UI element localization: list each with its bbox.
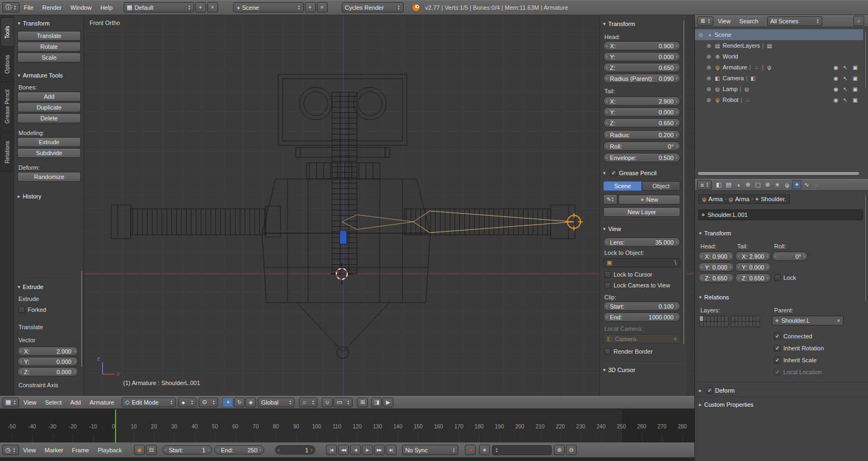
bone-layer-cell[interactable]	[731, 316, 735, 321]
head-x-field[interactable]: X:0.900	[603, 41, 680, 50]
opengl-render-anim-button[interactable]: ▶	[382, 398, 393, 407]
info-editor-type-button[interactable]: ⓘ	[2, 2, 20, 12]
outliner-item-world[interactable]: ⊕⊕World	[695, 51, 863, 62]
gp-new-layer-button[interactable]: New Layer	[603, 207, 680, 217]
menu-add[interactable]: Add	[66, 396, 86, 408]
menu-marker[interactable]: Marker	[40, 443, 67, 457]
bone-layer-cell[interactable]	[738, 316, 742, 321]
properties-tab-object[interactable]: ▢	[753, 180, 762, 189]
bone-layer-cell[interactable]	[722, 322, 725, 326]
menu-window[interactable]: Window	[66, 0, 96, 15]
outliner-vscrollbar[interactable]	[864, 30, 867, 90]
jump-to-start-button[interactable]: |◀	[326, 445, 337, 455]
viewport-shading-selector[interactable]: ●	[178, 398, 196, 407]
head-z-field[interactable]: Z:0.650	[603, 63, 680, 72]
gp-object-toggle[interactable]: Object	[642, 181, 680, 191]
translate-button[interactable]: Translate	[17, 31, 81, 41]
pivot-point-selector[interactable]: ⊙	[199, 398, 218, 407]
bone-layer-cell[interactable]	[704, 322, 707, 326]
menu-view[interactable]: View	[19, 396, 41, 408]
menu-render[interactable]: Render	[38, 0, 66, 15]
panel-relations-header[interactable]: Relations	[698, 293, 729, 302]
bone-layer-cell[interactable]	[711, 322, 714, 326]
bone-layer-cell[interactable]	[722, 316, 725, 321]
bone-layer-cell[interactable]	[756, 322, 760, 326]
panel-view-header[interactable]: View	[602, 225, 621, 233]
manipulator-rotate-button[interactable]: ↻	[234, 398, 245, 407]
eyedropper-icon[interactable]: ∖	[673, 259, 677, 266]
play-button[interactable]: ▶	[362, 445, 373, 455]
delete-layout-button[interactable]: ×	[207, 2, 218, 12]
roll-field[interactable]: Roll:0°	[603, 142, 680, 151]
panel-3d-cursor-header[interactable]: 3D Cursor	[602, 366, 635, 374]
outliner-item-robot[interactable]: ⊕ψRobot|∴◉↖▣	[695, 94, 863, 105]
bone-layer-cell[interactable]	[707, 316, 710, 321]
proportional-edit-selector[interactable]: ○	[299, 398, 317, 407]
delete-scene-button[interactable]: ×	[317, 2, 328, 12]
manipulator-translate-button[interactable]: +	[222, 398, 233, 407]
bone-layer-cell[interactable]	[742, 322, 745, 326]
breadcrumb-data[interactable]: Arma	[735, 196, 749, 202]
scale-button[interactable]: Scale	[17, 53, 81, 62]
properties-tab-modifiers[interactable]: ∗	[773, 180, 782, 189]
panel-transform-header[interactable]: Transform	[698, 229, 731, 238]
tail-y-field[interactable]: Y:0.000	[735, 262, 771, 272]
outliner-editor-type-button[interactable]: ≣	[697, 16, 713, 26]
keying-set-icon-button[interactable]: ∗	[479, 445, 490, 455]
vector-x-field[interactable]: X:2.000	[17, 347, 78, 356]
tail-z-field[interactable]: Z:0.650	[603, 118, 680, 127]
lock-row[interactable]: Lock	[774, 274, 796, 281]
frame-end-field[interactable]: End:250	[214, 445, 264, 454]
radius-parent-field[interactable]: Radius (Parent):0.090	[603, 74, 680, 83]
properties-tab-constraints[interactable]: ⊗	[763, 180, 772, 189]
bone-layer-cell[interactable]	[725, 322, 728, 326]
bone-layer-cell[interactable]	[718, 316, 721, 321]
randomize-button[interactable]: Randomize	[17, 172, 81, 182]
add-scene-button[interactable]: +	[305, 2, 316, 12]
expand-icon[interactable]: ⊕	[705, 43, 712, 49]
deform-checkbox[interactable]	[706, 387, 713, 394]
lock-camera-checkbox[interactable]	[604, 282, 611, 289]
tail-z-field[interactable]: Z:0.650	[735, 273, 771, 283]
keying-set-field[interactable]	[492, 445, 552, 455]
lock-to-cursor-row[interactable]: Lock to Cursor	[604, 271, 653, 278]
expand-icon[interactable]: ⊕	[705, 65, 712, 71]
outliner-search-button[interactable]: ⌕	[853, 16, 864, 26]
close-icon[interactable]: ×	[837, 317, 840, 324]
tail-y-field[interactable]: Y:0.000	[603, 107, 680, 117]
render-engine-selector[interactable]: Cycles Render	[342, 2, 404, 12]
bone-layer-cell[interactable]	[735, 322, 738, 326]
head-y-field[interactable]: Y:0.000	[603, 52, 680, 61]
bone-layer-cell[interactable]	[746, 316, 749, 321]
tab-relations[interactable]: Relations	[1, 132, 14, 171]
bone-name-field[interactable]: ⌖ Shoulder.L.001	[698, 209, 863, 220]
breadcrumb-bone[interactable]: Shoulder.	[761, 196, 786, 202]
panel-transform-header[interactable]: Transform	[602, 20, 635, 28]
radius-field[interactable]: Radius:0.200	[603, 130, 680, 139]
snap-toggle-button[interactable]: ∪	[322, 398, 333, 407]
inherit-rotation-row[interactable]: Inherit Rotation	[774, 345, 824, 351]
previous-keyframe-button[interactable]: ◀◀	[338, 445, 349, 455]
hide-toggle-icon[interactable]: ◉	[833, 75, 838, 81]
bone-layer-cell[interactable]	[731, 322, 735, 326]
menu-frame[interactable]: Frame	[67, 443, 93, 457]
auto-keyframe-button[interactable]: ●	[465, 445, 476, 455]
properties-vscrollbar[interactable]	[864, 194, 867, 303]
selectability-toggle-icon[interactable]: ↖	[843, 97, 847, 103]
render-toggle-icon[interactable]: ▣	[853, 86, 858, 92]
hide-toggle-icon[interactable]: ◉	[833, 65, 838, 71]
bone-layer-cell[interactable]	[753, 316, 756, 321]
rotate-button[interactable]: Rotate	[17, 42, 81, 52]
selectability-toggle-icon[interactable]: ↖	[843, 65, 847, 71]
expand-icon[interactable]: ⊕	[705, 86, 712, 92]
lock-time-button[interactable]: ⊟	[146, 445, 157, 455]
gp-draw-mode-button[interactable]: ✎	[603, 194, 617, 204]
bone-layer-cell[interactable]	[700, 322, 703, 326]
inherit-scale-checkbox[interactable]	[774, 357, 781, 363]
operator-panel-header[interactable]: Extrude	[17, 283, 43, 291]
vector-y-field[interactable]: Y:0.000	[17, 357, 78, 366]
lock-checkbox[interactable]	[774, 274, 781, 281]
properties-editor-type-button[interactable]: ≡	[697, 180, 712, 190]
opengl-render-image-button[interactable]: ◨	[371, 398, 382, 407]
outliner-item-camera[interactable]: ⊕◧Camera|◧◉↖▣	[695, 73, 863, 84]
